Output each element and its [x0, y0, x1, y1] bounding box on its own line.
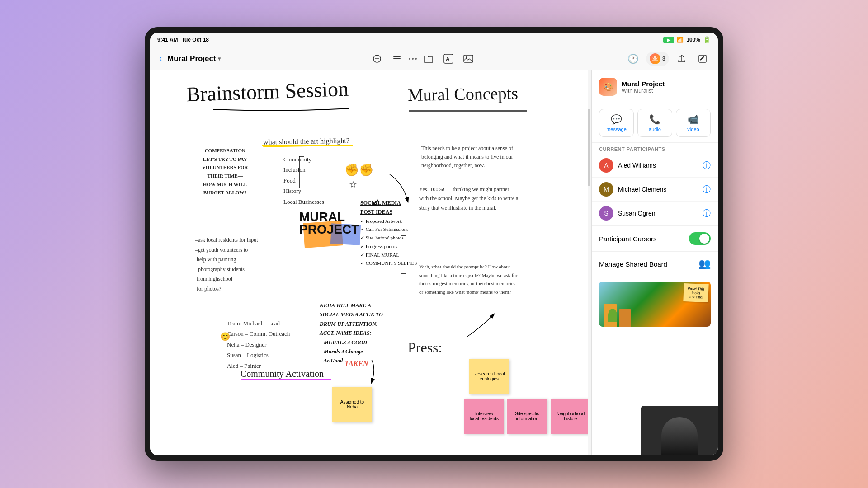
compensation-section: COMPENSATION LET'S TRY TO PAYVOLUNTEERS … — [202, 146, 248, 197]
image-button[interactable] — [460, 51, 476, 67]
svg-rect-5 — [393, 61, 401, 61]
compensation-lines: LET'S TRY TO PAYVOLUNTEERS FORTHEIR TIME… — [202, 155, 248, 197]
list-tool-button[interactable] — [389, 51, 405, 67]
taken-label: TAKEN — [344, 360, 368, 368]
project-title-text: Mural Project — [167, 54, 216, 63]
battery-label: 100% — [686, 37, 700, 43]
camera-icon: ▶ — [663, 37, 674, 43]
video-button[interactable]: 📹 video — [676, 109, 711, 137]
svg-rect-3 — [393, 56, 401, 57]
board-thumbnail: Wow! This looks amazing! — [599, 282, 711, 327]
whiteboard[interactable]: Brainstorm Session Mural Concepts what s… — [150, 70, 591, 455]
press-label: Press: — [408, 339, 442, 356]
panel-app-icon: 🎨 — [599, 78, 617, 96]
team-section: Team: Michael – Lead Carson – Comm. Outr… — [227, 318, 290, 371]
yes-thinking-text: Yes! 100%! — thinking we might partner w… — [419, 185, 519, 212]
info-icon-michael[interactable]: ⓘ — [703, 184, 711, 195]
message-label: message — [606, 127, 627, 132]
participant-name-aled: Aled Williams — [618, 162, 698, 169]
toggle-knob — [699, 234, 709, 244]
status-date: Tue Oct 18 — [182, 37, 209, 43]
content-area: Brainstorm Session Mural Concepts what s… — [150, 70, 718, 455]
mural-project-text: MURALPROJECT — [299, 211, 359, 236]
toolbar: ‹ Mural Project ▾ — [150, 47, 718, 70]
svg-point-10 — [654, 56, 656, 59]
avatar-susan: S — [599, 206, 613, 221]
building-2 — [619, 309, 631, 327]
tree-1 — [608, 309, 617, 322]
manage-shared-board-icon: 👥 — [698, 258, 711, 270]
community-activation-underline — [241, 379, 331, 380]
battery-icon: 🔋 — [703, 36, 711, 43]
audio-button[interactable]: 📞 audio — [637, 109, 672, 137]
wifi-icon: 📶 — [677, 37, 684, 43]
toolbar-center: A — [226, 51, 620, 67]
status-time: 9:41 AM — [157, 37, 178, 43]
participant-row-michael: M Michael Clemens ⓘ — [592, 178, 718, 202]
scroll-thumb — [588, 109, 590, 186]
whiteboard-scrollbar[interactable] — [588, 70, 591, 455]
back-button[interactable]: ‹ — [157, 52, 164, 65]
yeah-prompt-text: Yeah, what should the prompt be? How abo… — [419, 263, 519, 296]
fist-emojis: ✊✊ — [344, 163, 373, 177]
sticky-assigned-neha: Assigned toNeha — [332, 387, 372, 422]
video-label: video — [687, 127, 699, 132]
mural-concepts-underline — [409, 110, 527, 112]
text-button[interactable]: A — [440, 51, 457, 67]
participant-cursors-toggle[interactable] — [689, 232, 711, 245]
star-emoji: ☆ — [349, 179, 357, 190]
participant-avatar-icon — [650, 53, 660, 64]
what-should-underline — [262, 145, 353, 146]
svg-rect-8 — [464, 55, 473, 62]
message-button[interactable]: 💬 message — [599, 109, 634, 137]
message-icon: 💬 — [611, 114, 622, 125]
social-media-section: SOCIAL MEDIAPOST IDEAS ✓ Proposed Artwor… — [360, 198, 417, 267]
sticky-interview: Interviewlocal residents — [464, 399, 504, 434]
participant-name-michael: Michael Clemens — [618, 186, 698, 193]
more-options-button[interactable] — [409, 58, 417, 60]
activation-details: –ask local residents for input –get yout… — [195, 235, 258, 294]
folder-button[interactable] — [420, 51, 437, 67]
compensation-title: COMPENSATION — [202, 146, 248, 155]
ipad-frame: 9:41 AM Tue Oct 18 ▶ 📶 100% 🔋 ‹ Mural Pr… — [145, 27, 723, 461]
svg-text:A: A — [446, 56, 450, 62]
avatar-aled: A — [599, 158, 613, 173]
compose-button[interactable] — [694, 51, 711, 67]
participants-section-label: CURRENT PARTICIPANTS — [592, 143, 718, 154]
pen-tool-button[interactable] — [369, 51, 385, 67]
sticky-research-local: Research Localecologies — [469, 359, 509, 394]
sticky-site-specific: Site specificinformation — [507, 399, 547, 434]
participant-cursors-label: Participant Cursors — [599, 235, 657, 243]
share-button[interactable] — [674, 51, 690, 67]
team-label: Team: — [227, 320, 241, 327]
participants-badge[interactable]: 3 — [646, 52, 669, 66]
panel-app-name: Mural Project — [622, 80, 665, 88]
community-list: CommunityInclusionFoodHistoryLocal Busin… — [283, 154, 324, 207]
video-person-silhouette — [661, 417, 698, 455]
participant-name-susan: Susan Ogren — [618, 210, 698, 217]
video-thumbnail — [641, 406, 718, 455]
ipad-screen: 9:41 AM Tue Oct 18 ▶ 📶 100% 🔋 ‹ Mural Pr… — [150, 33, 718, 455]
reactions-button[interactable]: 🕐 — [625, 51, 642, 67]
sticky-neighborhood-history: Neighborhoodhistory — [551, 399, 590, 434]
participant-cursors-row: Participant Cursors — [592, 225, 718, 252]
neha-section: NEHA WILL MAKE ASOCIAL MEDIA ACCT. TODRU… — [320, 301, 383, 366]
video-thumbnail-container — [592, 332, 718, 455]
toolbar-right: 🕐 3 — [625, 51, 711, 67]
svg-rect-4 — [393, 58, 401, 59]
panel-subtitle: With Muralist — [622, 88, 665, 94]
manage-shared-board-row[interactable]: Manage Shared Board 👥 — [592, 252, 718, 276]
side-panel: 🎨 Mural Project With Muralist 💬 message … — [591, 70, 718, 455]
info-icon-aled[interactable]: ⓘ — [703, 160, 711, 171]
info-icon-susan[interactable]: ⓘ — [703, 208, 711, 219]
panel-title-group: Mural Project With Muralist — [622, 80, 665, 94]
project-about-text: This needs to be a project about a sense… — [421, 144, 516, 170]
manage-shared-board-label: Manage Shared Board — [599, 260, 667, 268]
video-icon: 📹 — [688, 114, 699, 125]
avatar-michael: M — [599, 182, 613, 197]
project-title-chevron: ▾ — [218, 56, 221, 62]
smiley-icon: 😊 — [220, 332, 230, 342]
audio-label: audio — [649, 127, 661, 132]
project-title-container[interactable]: Mural Project ▾ — [167, 54, 221, 63]
panel-header: 🎨 Mural Project With Muralist — [592, 70, 718, 103]
